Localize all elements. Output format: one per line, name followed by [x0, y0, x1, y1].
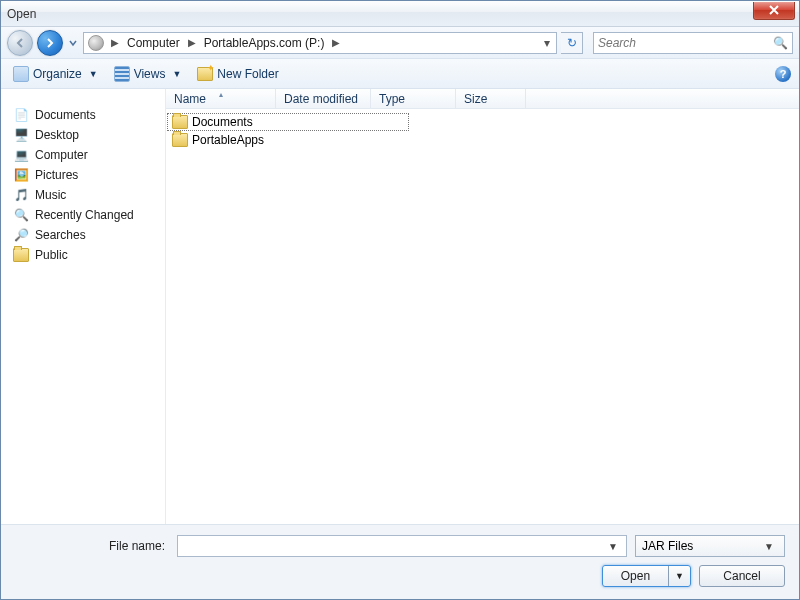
sidebar-item-documents[interactable]: 📄Documents	[11, 105, 165, 125]
refresh-icon: ↻	[567, 36, 577, 50]
chevron-down-icon	[69, 39, 77, 47]
views-label: Views	[134, 67, 166, 81]
sidebar-item-computer[interactable]: 💻Computer	[11, 145, 165, 165]
sidebar-item-label: Documents	[35, 108, 96, 122]
arrow-right-icon	[44, 37, 56, 49]
title-bar[interactable]: Open	[1, 1, 799, 27]
dialog-buttons: Open ▼ Cancel	[15, 565, 785, 587]
views-icon	[114, 66, 130, 82]
column-header-date[interactable]: Date modified	[276, 89, 371, 108]
bottom-panel: File name: ▼ JAR Files ▼ Open ▼ Cancel	[1, 524, 799, 599]
nav-back-button[interactable]	[7, 30, 33, 56]
sidebar-item-label: Pictures	[35, 168, 78, 182]
open-dialog: Open ▶ Computer ▶ PortableApps.com (P:) …	[0, 0, 800, 600]
address-dropdown[interactable]: ▾	[540, 36, 554, 50]
filename-input[interactable]	[182, 539, 604, 553]
chevron-down-icon: ▼	[86, 69, 98, 79]
column-label: Date modified	[284, 92, 358, 106]
folder-icon	[13, 247, 29, 263]
search-box[interactable]: 🔍	[593, 32, 793, 54]
window-title: Open	[7, 7, 36, 21]
recent-icon: 🔍	[13, 207, 29, 223]
organize-button[interactable]: Organize ▼	[9, 64, 102, 84]
column-header-name[interactable]: ▴ Name	[166, 89, 276, 108]
chevron-down-icon[interactable]: ▼	[669, 571, 690, 581]
column-header-size[interactable]: Size	[456, 89, 526, 108]
sidebar-item-label: Searches	[35, 228, 86, 242]
help-button[interactable]: ?	[775, 66, 791, 82]
sidebar-item-label: Music	[35, 188, 66, 202]
sidebar-item-label: Public	[35, 248, 68, 262]
chevron-down-icon: ▼	[760, 541, 778, 552]
filename-label: File name:	[15, 539, 169, 553]
music-icon: 🎵	[13, 187, 29, 203]
searches-icon: 🔎	[13, 227, 29, 243]
cancel-button[interactable]: Cancel	[699, 565, 785, 587]
folder-icon	[172, 115, 188, 129]
search-icon: 🔍	[773, 36, 788, 50]
close-button[interactable]	[753, 2, 795, 20]
chevron-down-icon: ▼	[169, 69, 181, 79]
documents-icon: 📄	[13, 107, 29, 123]
refresh-button[interactable]: ↻	[561, 32, 583, 54]
breadcrumb-separator-icon: ▶	[185, 37, 199, 48]
open-button[interactable]: Open ▼	[602, 565, 691, 587]
breadcrumb-seg-computer[interactable]: Computer	[124, 35, 183, 51]
nav-history-dropdown[interactable]	[67, 39, 79, 47]
views-button[interactable]: Views ▼	[110, 64, 186, 84]
sort-ascending-icon: ▴	[219, 90, 223, 99]
organize-icon	[13, 66, 29, 82]
sidebar-item-label: Computer	[35, 148, 88, 162]
toolbar: Organize ▼ Views ▼ New Folder ?	[1, 59, 799, 89]
sidebar-item-recently-changed[interactable]: 🔍Recently Changed	[11, 205, 165, 225]
sidebar-item-desktop[interactable]: 🖥️Desktop	[11, 125, 165, 145]
close-icon	[768, 5, 780, 15]
sidebar-item-pictures[interactable]: 🖼️Pictures	[11, 165, 165, 185]
filter-label: JAR Files	[642, 539, 693, 553]
list-item[interactable]: PortableApps	[166, 131, 799, 149]
filename-combobox[interactable]: ▼	[177, 535, 627, 557]
filename-row: File name: ▼ JAR Files ▼	[15, 535, 785, 557]
navigation-bar: ▶ Computer ▶ PortableApps.com (P:) ▶ ▾ ↻…	[1, 27, 799, 59]
pictures-icon: 🖼️	[13, 167, 29, 183]
column-header-type[interactable]: Type	[371, 89, 456, 108]
list-item[interactable]: Documents	[167, 113, 409, 131]
column-label: Type	[379, 92, 405, 106]
arrow-left-icon	[14, 37, 26, 49]
favorites-sidebar: 📄Documents 🖥️Desktop 💻Computer 🖼️Picture…	[1, 89, 166, 524]
desktop-icon: 🖥️	[13, 127, 29, 143]
search-input[interactable]	[598, 36, 773, 50]
cancel-button-label: Cancel	[723, 569, 760, 583]
chevron-down-icon[interactable]: ▼	[604, 541, 622, 552]
new-folder-label: New Folder	[217, 67, 278, 81]
organize-label: Organize	[33, 67, 82, 81]
column-label: Size	[464, 92, 487, 106]
dialog-body: 📄Documents 🖥️Desktop 💻Computer 🖼️Picture…	[1, 89, 799, 524]
address-bar[interactable]: ▶ Computer ▶ PortableApps.com (P:) ▶ ▾	[83, 32, 557, 54]
folder-icon	[172, 133, 188, 147]
filetype-filter[interactable]: JAR Files ▼	[635, 535, 785, 557]
column-label: Name	[174, 92, 206, 106]
sidebar-item-music[interactable]: 🎵Music	[11, 185, 165, 205]
sidebar-item-label: Recently Changed	[35, 208, 134, 222]
drive-icon	[88, 35, 104, 51]
sidebar-item-public[interactable]: Public	[11, 245, 165, 265]
sidebar-item-label: Desktop	[35, 128, 79, 142]
sidebar-item-searches[interactable]: 🔎Searches	[11, 225, 165, 245]
breadcrumb-separator-icon: ▶	[108, 37, 122, 48]
column-headers: ▴ Name Date modified Type Size	[166, 89, 799, 109]
nav-forward-button[interactable]	[37, 30, 63, 56]
computer-icon: 💻	[13, 147, 29, 163]
file-name-label: PortableApps	[192, 133, 264, 147]
new-folder-button[interactable]: New Folder	[193, 65, 282, 83]
open-button-label: Open	[603, 566, 669, 586]
breadcrumb-separator-icon: ▶	[329, 37, 343, 48]
file-list[interactable]: Documents PortableApps	[166, 109, 799, 153]
file-list-panel: ▴ Name Date modified Type Size Documents…	[166, 89, 799, 524]
file-name-label: Documents	[192, 115, 253, 129]
breadcrumb-seg-drive[interactable]: PortableApps.com (P:)	[201, 35, 328, 51]
new-folder-icon	[197, 67, 213, 81]
